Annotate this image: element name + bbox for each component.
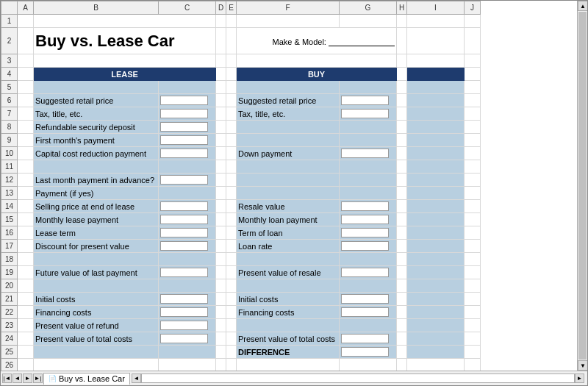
buy-input-24[interactable] bbox=[341, 334, 389, 343]
lease-input-21[interactable] bbox=[160, 294, 208, 304]
cell-H3[interactable] bbox=[397, 54, 407, 68]
cell-G25[interactable] bbox=[340, 346, 397, 359]
cell-E22[interactable] bbox=[226, 306, 237, 319]
cell-A6[interactable] bbox=[18, 94, 34, 107]
cell-A4[interactable] bbox=[18, 68, 34, 81]
cell-E3[interactable] bbox=[226, 54, 237, 68]
buy-input-22[interactable] bbox=[341, 307, 389, 317]
cell-E15[interactable] bbox=[226, 213, 237, 226]
cell-C12[interactable] bbox=[159, 174, 216, 187]
cell-E1[interactable] bbox=[226, 15, 237, 28]
cell-A19[interactable] bbox=[18, 266, 34, 279]
cell-B5[interactable] bbox=[34, 81, 159, 94]
cell-G20[interactable] bbox=[340, 279, 397, 293]
cell-B26[interactable] bbox=[34, 359, 159, 371]
cell-D22[interactable] bbox=[216, 306, 226, 319]
cell-H8[interactable] bbox=[397, 121, 407, 134]
cell-H5[interactable] bbox=[397, 81, 407, 94]
cell-J22[interactable] bbox=[465, 306, 481, 319]
cell-E4[interactable] bbox=[226, 68, 237, 81]
cell-D24[interactable] bbox=[216, 332, 226, 346]
cell-D25[interactable] bbox=[216, 346, 226, 359]
make-model-input[interactable] bbox=[329, 36, 395, 46]
cell-D9[interactable] bbox=[216, 134, 226, 147]
lease-input-15[interactable] bbox=[160, 215, 208, 224]
cell-D1[interactable] bbox=[216, 15, 226, 28]
cell-B3[interactable] bbox=[34, 54, 216, 68]
cell-F13[interactable] bbox=[237, 187, 340, 200]
cell-G22[interactable] bbox=[340, 306, 397, 319]
cell-A2[interactable] bbox=[18, 28, 34, 54]
cell-H7[interactable] bbox=[397, 107, 407, 121]
cell-D19[interactable] bbox=[216, 266, 226, 279]
cell-C25[interactable] bbox=[159, 346, 216, 359]
cell-I14[interactable] bbox=[407, 200, 465, 213]
cell-D5[interactable] bbox=[216, 81, 226, 94]
cell-H19[interactable] bbox=[397, 266, 407, 279]
cell-E19[interactable] bbox=[226, 266, 237, 279]
cell-I6[interactable] bbox=[407, 94, 465, 107]
lease-input-6[interactable] bbox=[160, 96, 208, 105]
col-header-A[interactable]: A bbox=[18, 1, 34, 15]
cell-I17[interactable] bbox=[407, 240, 465, 253]
scroll-thumb-v[interactable] bbox=[578, 12, 587, 360]
cell-A7[interactable] bbox=[18, 107, 34, 121]
cell-I1[interactable] bbox=[407, 15, 465, 28]
cell-H24[interactable] bbox=[397, 332, 407, 346]
cell-C19[interactable] bbox=[159, 266, 216, 279]
cell-C6[interactable] bbox=[159, 94, 216, 107]
cell-A3[interactable] bbox=[18, 54, 34, 68]
sheet-tab-buy-lease[interactable]: 📄 Buy vs. Lease Car bbox=[43, 373, 130, 385]
cell-G13[interactable] bbox=[340, 187, 397, 200]
cell-C22[interactable] bbox=[159, 306, 216, 319]
cell-I23[interactable] bbox=[407, 319, 465, 332]
cell-E24[interactable] bbox=[226, 332, 237, 346]
cell-J24[interactable] bbox=[465, 332, 481, 346]
buy-input-17[interactable] bbox=[341, 241, 389, 251]
cell-E13[interactable] bbox=[226, 187, 237, 200]
cell-I3[interactable] bbox=[407, 54, 465, 68]
cell-J25[interactable] bbox=[465, 346, 481, 359]
cell-D18[interactable] bbox=[216, 253, 226, 266]
cell-I12[interactable] bbox=[407, 174, 465, 187]
buy-input-6[interactable] bbox=[341, 96, 389, 105]
cell-C20[interactable] bbox=[159, 279, 216, 293]
cell-C17[interactable] bbox=[159, 240, 216, 253]
cell-H9[interactable] bbox=[397, 134, 407, 147]
cell-H4[interactable] bbox=[397, 68, 407, 81]
cell-D2[interactable] bbox=[216, 28, 226, 54]
cell-C26[interactable] bbox=[159, 359, 216, 371]
lease-input-7[interactable] bbox=[160, 109, 208, 118]
col-header-I[interactable]: I bbox=[407, 1, 465, 15]
cell-G14[interactable] bbox=[340, 200, 397, 213]
cell-G16[interactable] bbox=[340, 226, 397, 240]
cell-J6[interactable] bbox=[465, 94, 481, 107]
difference-input[interactable] bbox=[341, 347, 389, 357]
cell-E20[interactable] bbox=[226, 279, 237, 293]
cell-H13[interactable] bbox=[397, 187, 407, 200]
cell-A15[interactable] bbox=[18, 213, 34, 226]
cell-D8[interactable] bbox=[216, 121, 226, 134]
cell-D15[interactable] bbox=[216, 213, 226, 226]
cell-C5[interactable] bbox=[159, 81, 216, 94]
cell-E26[interactable] bbox=[226, 359, 237, 371]
cell-J8[interactable] bbox=[465, 121, 481, 134]
cell-C18[interactable] bbox=[159, 253, 216, 266]
buy-input-7[interactable] bbox=[341, 109, 389, 118]
cell-J18[interactable] bbox=[465, 253, 481, 266]
scroll-left-btn[interactable]: ◄ bbox=[132, 374, 141, 383]
cell-B18[interactable] bbox=[34, 253, 159, 266]
buy-input-10[interactable] bbox=[341, 149, 389, 158]
cell-E18[interactable] bbox=[226, 253, 237, 266]
cell-G9[interactable] bbox=[340, 134, 397, 147]
cell-J19[interactable] bbox=[465, 266, 481, 279]
cell-C23[interactable] bbox=[159, 319, 216, 332]
cell-A17[interactable] bbox=[18, 240, 34, 253]
cell-H26[interactable] bbox=[397, 359, 407, 371]
cell-G6[interactable] bbox=[340, 94, 397, 107]
cell-B20[interactable] bbox=[34, 279, 159, 293]
lease-input-9[interactable] bbox=[160, 135, 208, 145]
cell-F20[interactable] bbox=[237, 279, 340, 293]
h-scroll-track[interactable] bbox=[141, 374, 575, 383]
cell-A1[interactable] bbox=[18, 15, 34, 28]
